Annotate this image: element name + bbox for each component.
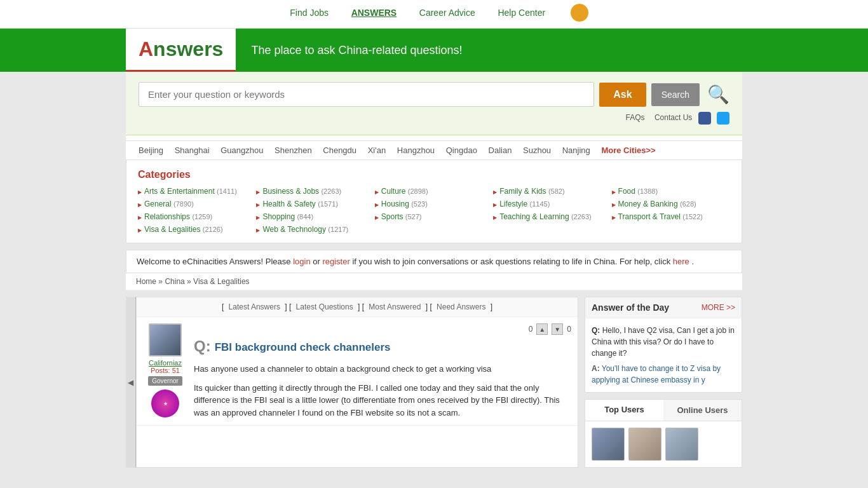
user-badge: Governor — [148, 376, 182, 386]
vote-count-down: 0 — [567, 325, 571, 334]
user-avatar-section: Californiaz Posts: 51 Governor ★ — [143, 323, 187, 419]
city-shenzhen[interactable]: Shenzhen — [275, 146, 312, 155]
top-user-2[interactable] — [628, 428, 661, 461]
categories-grid: Arts & Entertainment (1411) Business & J… — [138, 187, 730, 234]
question-title[interactable]: FBI background check channelers — [215, 341, 391, 354]
cat-transport: Transport & Travel (1522) — [612, 212, 730, 221]
content-layout: ◀ [ Latest Answers ] [ Latest Questions … — [126, 290, 742, 468]
faqs-link[interactable]: FAQs — [626, 113, 645, 122]
nav-help-center[interactable]: Help Center — [498, 8, 545, 18]
city-suzhou[interactable]: Suzhou — [523, 146, 551, 155]
cat-health: Health & Safety (1571) — [256, 200, 374, 208]
breadcrumb: Home » China » Visa & Legalities — [126, 273, 742, 290]
user-posts: Posts: 51 — [143, 367, 187, 374]
vote-count-up: 0 — [529, 325, 533, 334]
facebook-icon[interactable] — [698, 112, 711, 125]
top-user-3[interactable] — [665, 428, 698, 461]
users-tab-header: Top Users Online Users — [585, 400, 742, 421]
city-shanghai[interactable]: Shanghai — [175, 146, 210, 155]
question-body-1: Has anyone used a channeler to obtain a … — [194, 363, 571, 376]
vote-down-button[interactable]: ▼ — [552, 323, 563, 335]
cat-arts: Arts & Entertainment (1411) — [138, 187, 256, 196]
city-hangzhou[interactable]: Hangzhou — [397, 146, 435, 155]
filter-latest-questions[interactable]: Latest Questions — [296, 302, 353, 311]
badge-image: ★ — [151, 390, 179, 417]
question-body-2: Its quicker than getting it directly thr… — [194, 382, 571, 419]
right-sidebar: Answer of the Day MORE >> Q: Hello, I ha… — [585, 297, 742, 468]
breadcrumb-china[interactable]: China — [165, 277, 184, 286]
city-chengdu[interactable]: Chengdu — [323, 146, 356, 155]
vote-row: 0 ▲ ▼ 0 — [194, 323, 571, 335]
register-link[interactable]: register — [322, 257, 349, 266]
welcome-bar: Welcome to eChinacities Answers! Please … — [126, 250, 742, 273]
answer-of-day: Answer of the Day MORE >> Q: Hello, I ha… — [585, 297, 742, 393]
site-logo[interactable]: Answers — [139, 37, 223, 60]
filter-latest-answers[interactable]: Latest Answers — [229, 302, 280, 311]
cat-general: General (7890) — [138, 200, 256, 208]
nav-find-jobs[interactable]: Find Jobs — [290, 8, 329, 18]
vote-up-button[interactable]: ▲ — [536, 323, 548, 335]
categories-title: Categories — [138, 169, 730, 180]
filter-need-answers[interactable]: Need Answers — [437, 302, 485, 311]
main-area: Welcome to eChinacities Answers! Please … — [126, 250, 742, 468]
cat-web: Web & Technology (1217) — [256, 225, 374, 234]
top-user-1[interactable] — [592, 428, 625, 461]
aod-title: Answer of the Day — [592, 302, 669, 313]
city-qingdao[interactable]: Qingdao — [446, 146, 477, 155]
site-header: Answers The place to ask China-related q… — [0, 29, 868, 72]
username-link[interactable]: Californiaz — [143, 359, 187, 367]
search-icon[interactable]: 🔍 — [707, 84, 729, 105]
breadcrumb-home[interactable]: Home — [136, 277, 156, 286]
q-label: Q: — [194, 339, 211, 354]
online-users-tab[interactable]: Online Users — [663, 400, 742, 421]
filter-links: [ Latest Answers ] [ Latest Questions ] … — [137, 297, 578, 317]
aod-more-link[interactable]: MORE >> — [702, 303, 735, 312]
city-beijing[interactable]: Beijing — [139, 146, 163, 155]
contact-link[interactable]: Contact Us — [654, 113, 692, 122]
city-xian[interactable]: Xi'an — [368, 146, 386, 155]
search-input[interactable] — [139, 82, 594, 107]
user-avatar-icon[interactable] — [571, 4, 588, 22]
question-content: 0 ▲ ▼ 0 Q: FBI background check channele… — [187, 323, 571, 419]
aod-question: Q: Hello, I have Q2 visa, Can I get a jo… — [592, 325, 735, 359]
cat-lifestyle: Lifestyle (1145) — [493, 200, 611, 208]
header-tagline: The place to ask China-related questions… — [251, 44, 462, 57]
twitter-icon[interactable] — [717, 112, 729, 125]
cat-teaching: Teaching & Learning (2263) — [493, 212, 611, 221]
more-cities-link[interactable]: More Cities>> — [601, 146, 655, 155]
city-nanjing[interactable]: Nanjing — [562, 146, 590, 155]
help-here-link[interactable]: here — [673, 257, 689, 266]
users-tabs: Top Users Online Users — [585, 399, 742, 468]
cat-business: Business & Jobs (2263) — [256, 187, 374, 196]
cat-shopping: Shopping (844) — [256, 212, 374, 221]
aod-answer: A: You'll have to change it to Z visa by… — [592, 363, 735, 386]
cat-relationships: Relationships (1259) — [138, 212, 256, 221]
ask-button[interactable]: Ask — [599, 83, 646, 107]
cat-money: Money & Banking (628) — [612, 200, 730, 208]
cat-culture: Culture (2898) — [375, 187, 493, 196]
city-dalian[interactable]: Dalian — [489, 146, 512, 155]
logo-box: Answers — [126, 29, 236, 72]
cat-housing: Housing (523) — [375, 200, 493, 208]
top-users-tab[interactable]: Top Users — [585, 400, 663, 421]
aod-header: Answer of the Day MORE >> — [585, 297, 742, 318]
question-entry: Californiaz Posts: 51 Governor ★ 0 ▲ ▼ — [137, 317, 578, 426]
cat-food: Food (1388) — [612, 187, 730, 196]
login-link[interactable]: login — [293, 257, 310, 266]
search-button[interactable]: Search — [651, 83, 700, 106]
city-navigation: Beijing Shanghai Guangzhou Shenzhen Chen… — [126, 140, 742, 159]
cat-visa: Visa & Legalities (2126) — [138, 225, 256, 234]
post-area: [ Latest Answers ] [ Latest Questions ] … — [136, 297, 578, 468]
categories-section: Categories Arts & Entertainment (1411) B… — [126, 159, 742, 243]
user-avatar — [149, 323, 182, 356]
cat-sports: Sports (527) — [375, 212, 493, 221]
search-bar: Ask Search 🔍 — [139, 82, 729, 107]
filter-most-answered[interactable]: Most Answered — [369, 302, 421, 311]
nav-career-advice[interactable]: Career Advice — [419, 8, 475, 18]
city-guangzhou[interactable]: Guangzhou — [220, 146, 263, 155]
top-users-list — [585, 421, 742, 467]
breadcrumb-current: Visa & Legalities — [193, 277, 250, 286]
nav-answers[interactable]: ANSWERS — [351, 8, 397, 18]
left-arrow[interactable]: ◀ — [126, 297, 136, 468]
aod-body: Q: Hello, I have Q2 visa, Can I get a jo… — [585, 318, 742, 392]
